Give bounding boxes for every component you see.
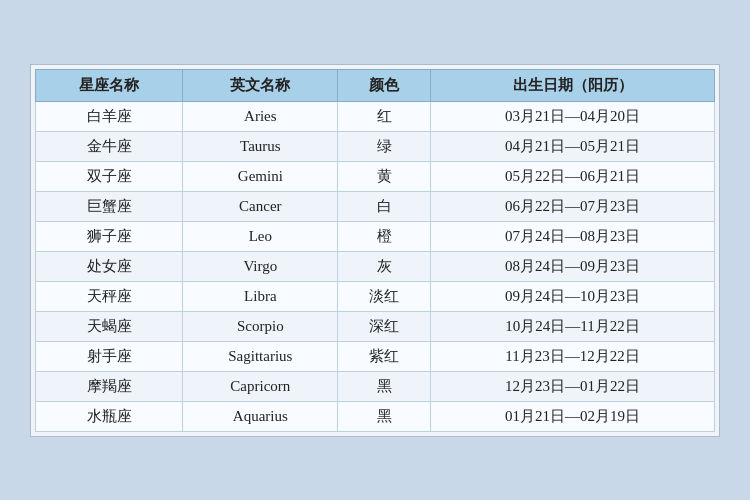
cell-3-2: 白 [338,191,431,221]
cell-6-3: 09月24日—10月23日 [431,281,715,311]
cell-6-2: 淡红 [338,281,431,311]
cell-9-0: 摩羯座 [36,371,183,401]
cell-0-3: 03月21日—04月20日 [431,101,715,131]
table-row: 处女座Virgo灰08月24日—09月23日 [36,251,715,281]
table-row: 狮子座Leo橙07月24日—08月23日 [36,221,715,251]
cell-9-1: Capricorn [183,371,338,401]
cell-4-0: 狮子座 [36,221,183,251]
cell-2-0: 双子座 [36,161,183,191]
column-header-2: 颜色 [338,69,431,101]
column-header-1: 英文名称 [183,69,338,101]
cell-2-3: 05月22日—06月21日 [431,161,715,191]
table-row: 摩羯座Capricorn黑12月23日—01月22日 [36,371,715,401]
cell-0-1: Aries [183,101,338,131]
table-row: 射手座Sagittarius紫红11月23日—12月22日 [36,341,715,371]
cell-7-2: 深红 [338,311,431,341]
cell-2-2: 黄 [338,161,431,191]
cell-0-0: 白羊座 [36,101,183,131]
cell-8-3: 11月23日—12月22日 [431,341,715,371]
zodiac-table-wrapper: 星座名称英文名称颜色出生日期（阳历） 白羊座Aries红03月21日—04月20… [30,64,720,437]
table-row: 白羊座Aries红03月21日—04月20日 [36,101,715,131]
cell-3-1: Cancer [183,191,338,221]
cell-0-2: 红 [338,101,431,131]
cell-7-3: 10月24日—11月22日 [431,311,715,341]
cell-5-0: 处女座 [36,251,183,281]
cell-5-3: 08月24日—09月23日 [431,251,715,281]
cell-1-1: Taurus [183,131,338,161]
cell-10-0: 水瓶座 [36,401,183,431]
cell-7-1: Scorpio [183,311,338,341]
cell-5-2: 灰 [338,251,431,281]
column-header-3: 出生日期（阳历） [431,69,715,101]
cell-9-3: 12月23日—01月22日 [431,371,715,401]
table-row: 巨蟹座Cancer白06月22日—07月23日 [36,191,715,221]
cell-1-2: 绿 [338,131,431,161]
cell-3-0: 巨蟹座 [36,191,183,221]
table-row: 天秤座Libra淡红09月24日—10月23日 [36,281,715,311]
table-header-row: 星座名称英文名称颜色出生日期（阳历） [36,69,715,101]
cell-8-0: 射手座 [36,341,183,371]
cell-4-1: Leo [183,221,338,251]
table-row: 金牛座Taurus绿04月21日—05月21日 [36,131,715,161]
cell-2-1: Gemini [183,161,338,191]
column-header-0: 星座名称 [36,69,183,101]
table-row: 水瓶座Aquarius黑01月21日—02月19日 [36,401,715,431]
cell-10-2: 黑 [338,401,431,431]
cell-4-3: 07月24日—08月23日 [431,221,715,251]
table-row: 双子座Gemini黄05月22日—06月21日 [36,161,715,191]
cell-10-3: 01月21日—02月19日 [431,401,715,431]
cell-7-0: 天蝎座 [36,311,183,341]
cell-1-3: 04月21日—05月21日 [431,131,715,161]
cell-5-1: Virgo [183,251,338,281]
cell-4-2: 橙 [338,221,431,251]
table-row: 天蝎座Scorpio深红10月24日—11月22日 [36,311,715,341]
zodiac-table: 星座名称英文名称颜色出生日期（阳历） 白羊座Aries红03月21日—04月20… [35,69,715,432]
cell-1-0: 金牛座 [36,131,183,161]
cell-10-1: Aquarius [183,401,338,431]
table-body: 白羊座Aries红03月21日—04月20日金牛座Taurus绿04月21日—0… [36,101,715,431]
cell-8-2: 紫红 [338,341,431,371]
cell-9-2: 黑 [338,371,431,401]
cell-8-1: Sagittarius [183,341,338,371]
cell-6-0: 天秤座 [36,281,183,311]
cell-3-3: 06月22日—07月23日 [431,191,715,221]
cell-6-1: Libra [183,281,338,311]
